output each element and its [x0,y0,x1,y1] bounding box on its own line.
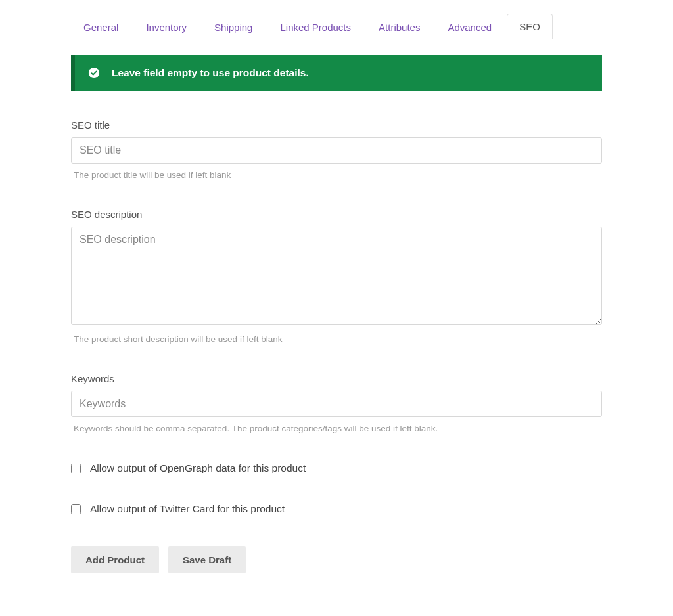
form-actions: Add Product Save Draft [71,546,602,573]
keywords-input[interactable] [71,391,602,417]
twitter-checkbox[interactable] [71,504,81,514]
opengraph-checkbox[interactable] [71,464,81,473]
seo-tab-panel: General Inventory Shipping Linked Produc… [71,13,602,573]
field-seo-description: SEO description The product short descri… [71,209,602,344]
keywords-help: Keywords should be comma separated. The … [71,424,602,433]
product-tabs: General Inventory Shipping Linked Produc… [71,13,602,39]
keywords-label: Keywords [71,373,602,384]
opengraph-option: Allow output of OpenGraph data for this … [71,462,602,474]
add-product-button[interactable]: Add Product [71,546,159,573]
twitter-label[interactable]: Allow output of Twitter Card for this pr… [90,503,285,515]
seo-description-input[interactable] [71,227,602,325]
tab-linked-products[interactable]: Linked Products [267,14,363,39]
check-circle-icon [88,67,100,79]
field-keywords: Keywords Keywords should be comma separa… [71,373,602,433]
notice-text: Leave field empty to use product details… [112,67,309,79]
seo-description-label: SEO description [71,209,602,220]
seo-title-help: The product title will be used if left b… [71,170,602,180]
save-draft-button[interactable]: Save Draft [168,546,246,573]
tab-advanced[interactable]: Advanced [435,14,504,39]
seo-title-label: SEO title [71,120,602,131]
opengraph-label[interactable]: Allow output of OpenGraph data for this … [90,462,306,474]
seo-title-input[interactable] [71,137,602,164]
tab-inventory[interactable]: Inventory [133,14,199,39]
info-notice: Leave field empty to use product details… [71,55,602,91]
field-seo-title: SEO title The product title will be used… [71,120,602,180]
tab-attributes[interactable]: Attributes [366,14,432,39]
tab-general[interactable]: General [71,14,131,39]
seo-description-help: The product short description will be us… [71,334,602,344]
tab-shipping[interactable]: Shipping [202,14,265,39]
twitter-option: Allow output of Twitter Card for this pr… [71,503,602,515]
tab-seo[interactable]: SEO [507,14,553,39]
